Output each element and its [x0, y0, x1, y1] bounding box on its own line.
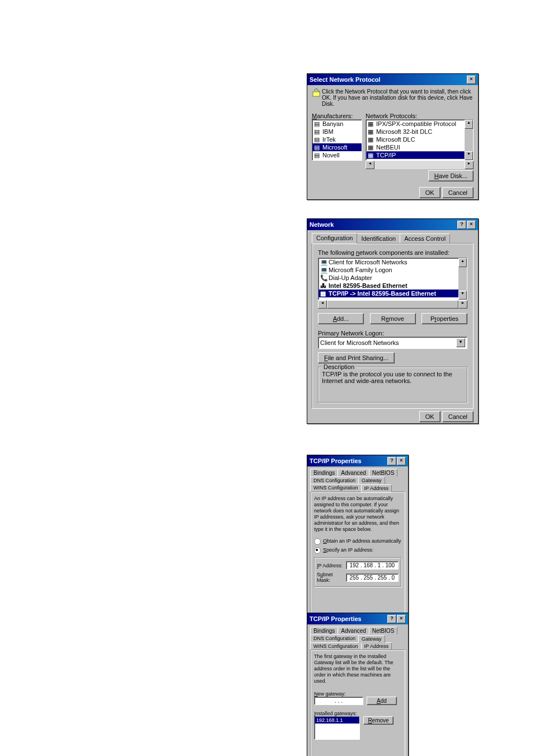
close-icon[interactable]: × — [467, 76, 476, 84]
help-icon[interactable]: ? — [457, 221, 466, 229]
list-item-selected[interactable]: ▤Microsoft — [312, 143, 362, 151]
ip-address-label: IP Address: — [317, 563, 344, 568]
scroll-left-icon[interactable]: ◄ — [366, 161, 374, 169]
scrollbar-vertical[interactable]: ▲▼ — [458, 258, 467, 300]
list-item[interactable]: 🖧Intel 82595-Based Ethernet — [318, 282, 458, 290]
tab-ip-address[interactable]: IP Address — [361, 484, 392, 492]
svg-rect-0 — [313, 92, 320, 96]
dialog-title: TCP/IP Properties — [310, 615, 362, 622]
protocol-item-icon: ▦ — [368, 136, 374, 143]
network-dialog: Network ?× Configuration Identification … — [307, 218, 479, 424]
radio-obtain-auto[interactable] — [314, 538, 321, 545]
list-item[interactable]: 💻Client for Microsoft Networks — [318, 258, 458, 266]
add-button[interactable]: Add... — [318, 313, 364, 324]
description-text: TCP/IP is the protocol you use to connec… — [322, 371, 463, 384]
list-item[interactable]: ▦Microsoft DLC — [366, 136, 465, 143]
file-print-sharing-button[interactable]: File and Print Sharing... — [318, 352, 395, 363]
list-item-selected[interactable]: ▦TCP/IP — [366, 151, 465, 159]
list-item[interactable]: ▦IPX/SPX-compatible Protocol — [366, 120, 465, 128]
radio-specify[interactable] — [314, 547, 321, 554]
manufacturers-list[interactable]: ▤Banyan ▤IBM ▤IrTek ▤Microsoft ▤Novell — [312, 119, 362, 161]
protocols-list[interactable]: ▦IPX/SPX-compatible Protocol ▦Microsoft … — [366, 119, 474, 161]
list-item[interactable]: ▤Banyan — [312, 120, 362, 128]
properties-button[interactable]: Properties — [421, 313, 467, 324]
adapter-icon: 🖧 — [320, 282, 327, 289]
tab-dns[interactable]: DNS Configuration — [310, 477, 359, 484]
scrollbar-vertical[interactable]: ▲▼ — [465, 120, 473, 160]
tcpip-properties-dialog-ip: TCP/IP Properties ?× Bindings Advanced N… — [307, 455, 409, 625]
dialog-title: Select Network Protocol — [310, 76, 381, 83]
scrollbar-horizontal[interactable]: ◄► — [318, 300, 467, 309]
list-item[interactable]: ▦NetBEUI — [366, 143, 465, 151]
list-item[interactable]: ▤IrTek — [312, 136, 362, 143]
ip-address-field[interactable]: 192 . 168 . 1 . 100 — [346, 561, 399, 570]
tab-configuration[interactable]: Configuration — [312, 233, 357, 244]
list-item-selected[interactable]: 192.168.1.1 — [315, 717, 359, 724]
new-gateway-field[interactable]: . . . — [314, 697, 363, 705]
client-icon: 💻 — [320, 267, 327, 273]
list-item[interactable]: 📞Dial-Up Adapter — [318, 274, 458, 282]
list-item[interactable]: 💻Microsoft Family Logon — [318, 266, 458, 274]
close-icon[interactable]: × — [467, 221, 476, 229]
components-list[interactable]: 💻Client for Microsoft Networks 💻Microsof… — [318, 258, 467, 300]
remove-gateway-button[interactable]: Remove — [363, 716, 394, 725]
help-icon[interactable]: ? — [387, 615, 396, 623]
cancel-button[interactable]: Cancel — [442, 187, 474, 198]
tab-row-1: Bindings Advanced NetBIOS — [310, 627, 405, 634]
tab-netbios[interactable]: NetBIOS — [369, 469, 397, 477]
close-icon[interactable]: × — [397, 457, 406, 465]
primary-logon-dropdown[interactable]: Client for Microsoft Networks ▼ — [318, 337, 467, 349]
tab-gateway[interactable]: Gateway — [358, 635, 385, 643]
remove-button[interactable]: Remove — [370, 313, 416, 324]
tab-identification[interactable]: Identification — [357, 234, 400, 243]
list-item-selected[interactable]: ▦TCP/IP -> Intel 82595-Based Ethernet — [318, 290, 458, 297]
cancel-button[interactable]: Cancel — [442, 411, 474, 422]
have-disk-button[interactable]: Have Disk... — [428, 170, 474, 181]
titlebar[interactable]: TCP/IP Properties ?× — [307, 455, 408, 466]
scroll-left-icon[interactable]: ◄ — [318, 300, 327, 309]
scroll-right-icon[interactable]: ► — [465, 161, 474, 169]
scroll-down-icon[interactable]: ▼ — [458, 291, 467, 300]
tab-row-2: DNS Configuration Gateway WINS Configura… — [310, 477, 405, 492]
list-item[interactable]: ▤Novell — [312, 151, 362, 159]
tab-dns[interactable]: DNS Configuration — [310, 634, 359, 642]
tab-wins[interactable]: WINS Configuration — [310, 484, 362, 492]
help-icon[interactable]: ? — [387, 457, 396, 465]
vendor-icon: ▤ — [314, 144, 321, 151]
tab-bindings[interactable]: Bindings — [310, 469, 338, 477]
scroll-down-icon[interactable]: ▼ — [465, 151, 473, 160]
dialog-title: Network — [310, 221, 334, 228]
scroll-up-icon[interactable]: ▲ — [465, 120, 473, 129]
protocol-item-icon: ▦ — [368, 152, 374, 158]
description-label: Description — [322, 363, 356, 370]
tcpip-properties-dialog-gateway: TCP/IP Properties ?× Bindings Advanced N… — [307, 613, 409, 756]
add-gateway-button[interactable]: Add — [367, 697, 397, 705]
tab-ip-address[interactable]: IP Address — [361, 642, 392, 650]
manufacturers-label: Manufacturers: — [312, 113, 362, 119]
list-item[interactable]: ▤IBM — [312, 128, 362, 136]
list-item[interactable]: ▦Microsoft 32-bit DLC — [366, 128, 465, 136]
ok-button[interactable]: OK — [419, 411, 441, 422]
ok-button[interactable]: OK — [419, 187, 441, 198]
protocol-item-icon: ▦ — [368, 128, 374, 135]
tab-netbios[interactable]: NetBIOS — [369, 627, 397, 634]
tab-advanced[interactable]: Advanced — [338, 469, 369, 477]
titlebar[interactable]: Select Network Protocol × — [307, 74, 478, 85]
scroll-right-icon[interactable]: ► — [458, 300, 467, 309]
close-icon[interactable]: × — [397, 615, 406, 623]
tab-wins[interactable]: WINS Configuration — [310, 642, 362, 650]
chevron-down-icon[interactable]: ▼ — [456, 338, 465, 347]
protocol-item-icon: ▦ — [320, 290, 327, 297]
titlebar[interactable]: Network ?× — [307, 219, 478, 230]
client-icon: 💻 — [320, 259, 327, 265]
scrollbar-horizontal[interactable]: ◄► — [366, 161, 474, 169]
tab-access-control[interactable]: Access Control — [400, 234, 450, 243]
tab-gateway[interactable]: Gateway — [358, 477, 385, 484]
tab-advanced[interactable]: Advanced — [338, 627, 369, 634]
titlebar[interactable]: TCP/IP Properties ?× — [307, 613, 408, 624]
tab-bindings[interactable]: Bindings — [310, 627, 338, 634]
dialog-title: TCP/IP Properties — [310, 458, 362, 464]
scroll-up-icon[interactable]: ▲ — [458, 258, 467, 267]
installed-gateways-list[interactable]: 192.168.1.1 — [314, 716, 360, 740]
subnet-mask-field[interactable]: 255 . 255 . 255 . 0 — [346, 573, 399, 582]
